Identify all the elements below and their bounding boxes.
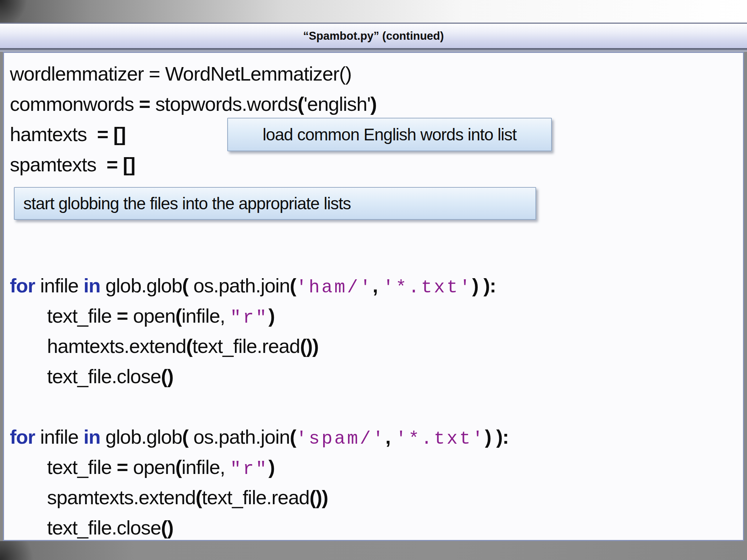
slide-title-bar: “Spambot.py” (continued): [0, 23, 747, 50]
code-line: wordlemmatizer = WordNetLemmatizer(): [4, 59, 743, 89]
code-segment: =: [117, 305, 133, 327]
code-segment: "r": [230, 459, 268, 479]
code-segment: ()): [309, 486, 328, 508]
code-segment: text_file: [47, 305, 117, 327]
code-segment: glob.glob: [100, 275, 182, 296]
callout-start-globbing: start globbing the files into the approp…: [14, 187, 536, 220]
code-line: text_file.close(): [4, 513, 743, 540]
code-segment: in: [84, 275, 100, 296]
code-segment: text_file.close: [47, 517, 161, 538]
code-segment: for: [10, 275, 35, 296]
code-segment: for: [10, 426, 35, 448]
code-segment: hamtexts: [10, 123, 97, 145]
code-segment: spamtexts.extend: [47, 486, 196, 508]
code-segment: (): [161, 365, 173, 387]
callout-start-globbing-text: start globbing the files into the approp…: [23, 194, 351, 213]
code-segment: 'ham/': [296, 277, 372, 298]
callout-load-common-words: load common English words into list: [227, 118, 552, 151]
code-segment: infile: [35, 426, 84, 448]
code-line: for infile in glob.glob( os.path.join('h…: [4, 271, 743, 301]
code-segment: =: [117, 456, 133, 478]
code-segment: ,: [386, 426, 396, 448]
code-segment: (: [298, 93, 304, 115]
code-segment: infile,: [182, 456, 230, 478]
code-segment: text_file: [47, 456, 117, 478]
code-line: text_file = open(infile, "r"): [4, 452, 743, 482]
code-segment: infile: [35, 275, 84, 296]
code-line: text_file.close(): [4, 361, 743, 392]
code-segment: hamtexts.extend: [47, 335, 186, 357]
code-segment: text_file.read: [202, 486, 309, 508]
code-line: for infile in glob.glob( os.path.join('s…: [4, 422, 743, 452]
code-segment: "r": [230, 307, 268, 328]
code-segment: (): [161, 517, 173, 538]
code-line: spamtexts.extend(text_file.read()): [4, 482, 743, 513]
code-segment: ): [268, 456, 275, 478]
bottom-gray-strip: [0, 541, 747, 560]
code-segment: open: [133, 305, 175, 327]
slide: { "title_bar": { "title": "“Spambot.py” …: [0, 0, 747, 560]
code-segment: spamtexts: [10, 153, 107, 175]
code-segment: 'english': [304, 93, 371, 115]
code-segment: = []: [107, 153, 135, 175]
code-segment: in: [84, 426, 100, 448]
code-segment: glob.glob: [100, 426, 182, 448]
code-segment: =: [139, 93, 155, 115]
code-segment: (: [290, 426, 296, 448]
code-segment: '*.txt': [396, 428, 485, 449]
code-segment: (: [186, 335, 192, 357]
code-segment: ,: [372, 275, 383, 296]
code-line: spamtexts = []: [4, 149, 743, 180]
code-segment: (: [175, 305, 182, 327]
code-segment: (: [182, 426, 193, 448]
code-segment: ) ):: [472, 275, 496, 296]
code-segment: = []: [97, 123, 126, 145]
slide-title: “Spambot.py” (continued): [303, 30, 444, 43]
code-line: commonwords = stopwords.words('english'): [4, 89, 743, 119]
code-segment: (: [182, 275, 193, 296]
code-segment: ): [268, 305, 275, 327]
code-segment: 'spam/': [296, 428, 385, 449]
code-segment: ): [371, 93, 377, 115]
code-segment: text_file.read: [192, 335, 300, 357]
code-segment: text_file.close: [47, 365, 161, 387]
code-segment: ()): [300, 335, 318, 357]
code-segment: commonwords: [10, 93, 139, 115]
code-panel: wordlemmatizer = WordNetLemmatizer()comm…: [3, 52, 744, 541]
code-segment: (: [290, 275, 296, 296]
top-gray-strip: [0, 0, 747, 23]
code-segment: os.path.join: [193, 275, 290, 296]
code-line: [4, 240, 743, 271]
code-segment: (: [175, 456, 182, 478]
code-line: hamtexts.extend(text_file.read()): [4, 331, 743, 361]
code-segment: wordlemmatizer = WordNetLemmatizer(): [10, 63, 352, 85]
callout-load-common-words-text: load common English words into list: [263, 125, 516, 144]
code-segment: os.path.join: [193, 426, 290, 448]
code-segment: '*.txt': [383, 277, 472, 298]
code-line: text_file = open(infile, "r"): [4, 301, 743, 331]
code-segment: (: [196, 486, 202, 508]
code-segment: open: [133, 456, 175, 478]
code-segment: stopwords.words: [155, 93, 298, 115]
code-line: [4, 392, 743, 422]
code-segment: ) ):: [485, 426, 509, 448]
code-segment: infile,: [182, 305, 230, 327]
